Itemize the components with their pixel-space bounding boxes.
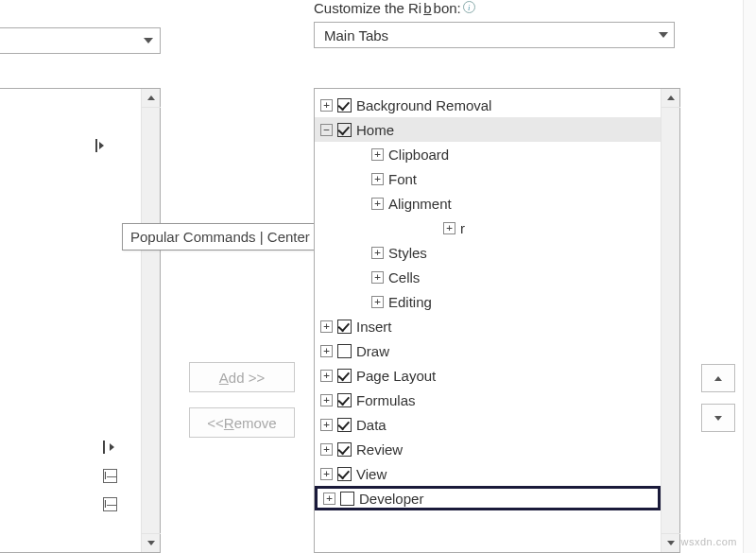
format-icon: I—: [103, 497, 117, 511]
move-up-button[interactable]: [701, 364, 735, 392]
expand-icon[interactable]: +: [320, 468, 333, 480]
expand-icon[interactable]: +: [320, 99, 333, 112]
expand-icon[interactable]: +: [320, 443, 333, 456]
move-down-button[interactable]: [701, 404, 735, 432]
expand-icon[interactable]: +: [443, 222, 455, 234]
triangle-right-icon: [110, 443, 114, 451]
expand-icon[interactable]: +: [371, 198, 384, 210]
expand-icon[interactable]: +: [323, 493, 335, 505]
tab-checkbox[interactable]: [337, 320, 352, 334]
tab-checkbox[interactable]: [337, 98, 352, 112]
left-panel: g I— I—: [0, 0, 163, 553]
scroll-down-button[interactable]: [142, 533, 161, 552]
commands-source-dropdown[interactable]: [0, 27, 161, 54]
tree-item[interactable]: +View: [315, 461, 661, 486]
expand-icon[interactable]: +: [320, 394, 333, 406]
reorder-buttons: [701, 364, 735, 443]
tree-item-label: Data: [356, 417, 387, 433]
tab-checkbox[interactable]: [337, 393, 352, 407]
tab-checkbox[interactable]: [337, 418, 352, 432]
watermark: wsxdn.com: [680, 536, 737, 547]
tree-item-label: r: [460, 220, 465, 236]
triangle-right-icon: [99, 142, 104, 149]
scrollbar[interactable]: [661, 89, 679, 552]
scroll-up-button[interactable]: [142, 89, 161, 108]
expand-icon[interactable]: +: [371, 148, 384, 161]
list-item[interactable]: [103, 433, 117, 461]
commands-listbox[interactable]: g I— I—: [0, 88, 161, 553]
tree-item-label: Review: [356, 441, 403, 458]
customize-text-c: bon:: [434, 0, 461, 16]
chevron-up-icon: [667, 95, 675, 100]
expand-icon[interactable]: +: [371, 173, 384, 185]
tree-item-label: Formulas: [356, 392, 416, 408]
remove-button-accel: R: [224, 415, 234, 431]
tree-item[interactable]: +r: [315, 216, 661, 240]
expand-icon[interactable]: +: [371, 271, 384, 284]
add-button-label: dd >>: [229, 370, 265, 386]
tree-item-label: Draw: [356, 343, 389, 359]
transfer-buttons: Add >> << Remove: [189, 362, 295, 453]
tab-checkbox[interactable]: [337, 467, 352, 481]
tree-item[interactable]: +Editing: [315, 289, 661, 314]
text-cursor-icon: [95, 139, 97, 152]
chevron-up-icon: [147, 95, 155, 100]
add-button[interactable]: Add >>: [189, 362, 295, 392]
chevron-down-icon: [659, 32, 668, 38]
tab-checkbox[interactable]: [337, 123, 352, 137]
customize-ribbon-label: Customize the Ribbon: i: [314, 0, 680, 16]
remove-button-label: emove: [234, 415, 277, 431]
list-item[interactable]: [95, 137, 124, 154]
format-icon: I—: [103, 469, 117, 483]
tree-item-label: Home: [356, 122, 394, 138]
tree-item[interactable]: +Alignment: [315, 191, 661, 216]
list-item[interactable]: I—: [103, 490, 117, 518]
tab-checkbox[interactable]: [340, 492, 354, 506]
tree-item[interactable]: +Draw: [315, 338, 661, 363]
scroll-up-button[interactable]: [662, 89, 680, 108]
list-item[interactable]: I—: [103, 461, 117, 490]
scroll-down-button[interactable]: [662, 533, 680, 552]
chevron-down-icon: [714, 416, 722, 421]
dropdown-toggle[interactable]: [137, 28, 160, 53]
remove-button-prefix: <<: [207, 415, 224, 431]
tab-checkbox[interactable]: [337, 369, 352, 383]
tree-item[interactable]: +Background Removal: [315, 93, 661, 117]
tree-item-label: Font: [388, 171, 417, 187]
remove-button[interactable]: << Remove: [189, 407, 295, 438]
tree-item[interactable]: +Insert: [315, 314, 661, 338]
ribbon-scope-dropdown[interactable]: Main Tabs: [314, 22, 675, 48]
expand-icon[interactable]: +: [320, 419, 333, 431]
expand-icon[interactable]: +: [320, 370, 333, 382]
expand-icon[interactable]: +: [371, 247, 384, 259]
tab-checkbox[interactable]: [337, 442, 352, 457]
tree-item-label: Clipboard: [388, 147, 449, 163]
add-button-accel: A: [219, 370, 229, 386]
tree-item[interactable]: +Formulas: [315, 388, 661, 412]
tree-item[interactable]: +Developer: [315, 486, 661, 510]
customize-text-a: Customize the Ri: [314, 0, 421, 16]
tree-item[interactable]: −Home: [315, 117, 661, 142]
tree-item-label: Background Removal: [356, 97, 491, 113]
expand-icon[interactable]: +: [371, 296, 384, 308]
chevron-down-icon: [147, 541, 155, 545]
tree-item[interactable]: +Styles: [315, 240, 661, 265]
chevron-up-icon: [714, 376, 722, 381]
collapse-icon[interactable]: −: [320, 124, 333, 136]
tree-item-label: Cells: [388, 269, 420, 285]
tree-item[interactable]: +Cells: [315, 265, 661, 289]
tree-item[interactable]: +Data: [315, 412, 661, 437]
chevron-down-icon: [667, 541, 675, 545]
tree-item[interactable]: +Font: [315, 166, 661, 191]
expand-icon[interactable]: +: [320, 320, 333, 333]
command-glyph-list: I— I—: [103, 433, 117, 518]
tree-item[interactable]: +Clipboard: [315, 142, 661, 166]
tree-item[interactable]: +Page Layout: [315, 363, 661, 388]
window-right-edge: [743, 0, 756, 553]
ribbon-tabs-tree[interactable]: +Background Removal−Home+Clipboard+Font+…: [314, 88, 680, 553]
scrollbar[interactable]: [141, 89, 160, 552]
expand-icon[interactable]: +: [320, 345, 333, 357]
tree-item[interactable]: +Review: [315, 437, 661, 461]
tab-checkbox[interactable]: [337, 344, 352, 358]
info-icon[interactable]: i: [463, 1, 475, 13]
